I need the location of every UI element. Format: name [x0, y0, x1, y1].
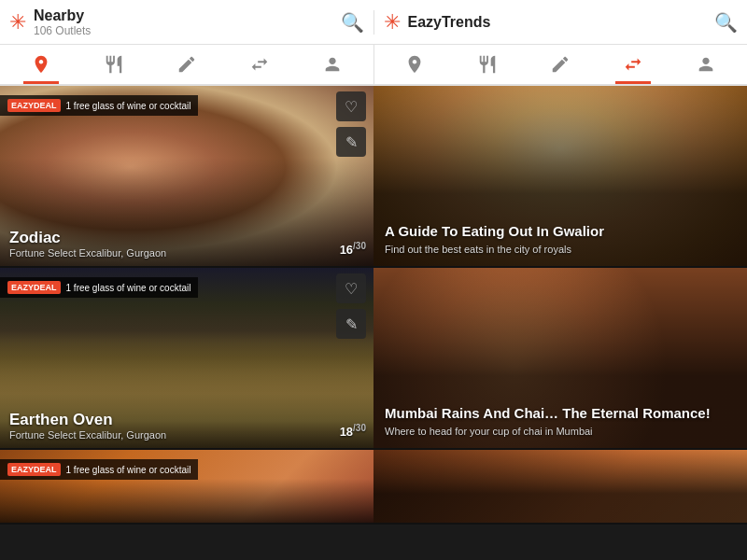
- rating-max: /30: [353, 423, 366, 433]
- left-nav: [0, 45, 374, 84]
- restaurant-card-third[interactable]: EAZYDEAL 1 free glass of wine or cocktai…: [0, 450, 374, 525]
- restaurant-name: Zodiac: [9, 229, 317, 247]
- nav-location-right[interactable]: [397, 50, 432, 78]
- card-info: Earthen Oven Fortune Select Excalibur, G…: [9, 411, 317, 441]
- restaurant-card-earthen-oven[interactable]: EAZYDEAL 1 free glass of wine or cocktai…: [0, 268, 374, 450]
- nav-edit-left[interactable]: [169, 50, 204, 78]
- nav-restaurant-left[interactable]: [96, 50, 132, 78]
- eazytrends-section-header: ✳ EazyTrends 🔍: [374, 10, 748, 35]
- deal-text: 1 free glass of wine or cocktail: [66, 465, 191, 475]
- card-overlay: EAZYDEAL 1 free glass of wine or cocktai…: [0, 268, 374, 448]
- deal-text: 1 free glass of wine or cocktail: [66, 283, 191, 293]
- share-button[interactable]: ✎: [336, 309, 366, 339]
- eazytrends-title-block: EazyTrends: [408, 13, 715, 31]
- right-nav: [374, 45, 748, 84]
- nav-arrows-right[interactable]: [615, 50, 651, 78]
- nearby-list: EAZYDEAL 1 free glass of wine or cocktai…: [0, 86, 374, 560]
- restaurant-location: Fortune Select Excalibur, Gurgaon: [9, 247, 317, 259]
- article-card-third[interactable]: [374, 450, 747, 525]
- restaurant-card-zodiac[interactable]: EAZYDEAL 1 free glass of wine or cocktai…: [0, 86, 374, 268]
- share-button[interactable]: ✎: [336, 127, 366, 157]
- nearby-title: Nearby: [34, 7, 341, 24]
- restaurant-rating: 16/30: [340, 241, 366, 257]
- rating-max: /30: [353, 241, 366, 251]
- article-card-chai[interactable]: Mumbai Rains And Chai… The Eternal Roman…: [374, 268, 747, 450]
- article-title: A Guide To Eating Out In Gwalior: [385, 222, 736, 241]
- nav-location-left[interactable]: [23, 50, 59, 78]
- card-info: Zodiac Fortune Select Excalibur, Gurgaon: [9, 229, 317, 259]
- card-overlay: EAZYDEAL 1 free glass of wine or cocktai…: [0, 86, 374, 266]
- card-actions: ♡ ✎: [336, 273, 366, 339]
- nav-restaurant-right[interactable]: [470, 50, 505, 78]
- app-header: ✳ Nearby 106 Outlets 🔍 ✳ EazyTrends 🔍: [0, 0, 747, 45]
- nav-user-right[interactable]: [688, 50, 724, 78]
- eazy-deal-label: EAZYDEAL: [7, 281, 61, 294]
- restaurant-location: Fortune Select Excalibur, Gurgaon: [9, 429, 317, 441]
- nearby-subtitle: 106 Outlets: [34, 24, 341, 37]
- nav-route-left[interactable]: [242, 50, 277, 78]
- article-subtitle: Find out the best eats in the city of ro…: [385, 244, 736, 255]
- main-content: EAZYDEAL 1 free glass of wine or cocktai…: [0, 86, 747, 560]
- card-overlay: EAZYDEAL 1 free glass of wine or cocktai…: [0, 450, 374, 523]
- article-info: A Guide To Eating Out In Gwalior Find ou…: [385, 222, 736, 256]
- restaurant-rating: 18/30: [340, 423, 366, 439]
- navigation-bar: [0, 45, 747, 86]
- eazytrends-list: A Guide To Eating Out In Gwalior Find ou…: [374, 86, 747, 560]
- eazytrends-search-icon[interactable]: 🔍: [714, 11, 738, 34]
- card-actions: ♡ ✎: [336, 91, 366, 157]
- article-overlay: [374, 450, 747, 523]
- eazy-deal-label: EAZYDEAL: [7, 463, 61, 476]
- article-info: Mumbai Rains And Chai… The Eternal Roman…: [385, 404, 736, 438]
- eazy-deal-label: EAZYDEAL: [7, 99, 61, 112]
- eazy-deal-badge: EAZYDEAL 1 free glass of wine or cocktai…: [0, 459, 198, 480]
- article-card-gwalior[interactable]: A Guide To Eating Out In Gwalior Find ou…: [374, 86, 747, 268]
- favorite-button[interactable]: ♡: [336, 91, 366, 121]
- eazytrends-logo-icon: ✳: [384, 10, 401, 35]
- deal-text: 1 free glass of wine or cocktail: [66, 101, 191, 111]
- nav-edit-right[interactable]: [543, 50, 578, 78]
- eazy-deal-badge: EAZYDEAL 1 free glass of wine or cocktai…: [0, 277, 198, 298]
- eazy-deal-badge: EAZYDEAL 1 free glass of wine or cocktai…: [0, 95, 198, 116]
- nearby-title-block: Nearby 106 Outlets: [34, 7, 341, 37]
- nav-user-left[interactable]: [315, 50, 350, 78]
- article-title: Mumbai Rains And Chai… The Eternal Roman…: [385, 404, 736, 423]
- nearby-logo-icon: ✳: [9, 10, 26, 35]
- restaurant-name: Earthen Oven: [9, 411, 317, 429]
- article-subtitle: Where to head for your cup of chai in Mu…: [385, 426, 736, 437]
- favorite-button[interactable]: ♡: [336, 273, 366, 303]
- nearby-search-icon[interactable]: 🔍: [341, 11, 364, 34]
- eazytrends-title: EazyTrends: [408, 13, 715, 31]
- nearby-section-header: ✳ Nearby 106 Outlets 🔍: [0, 7, 374, 37]
